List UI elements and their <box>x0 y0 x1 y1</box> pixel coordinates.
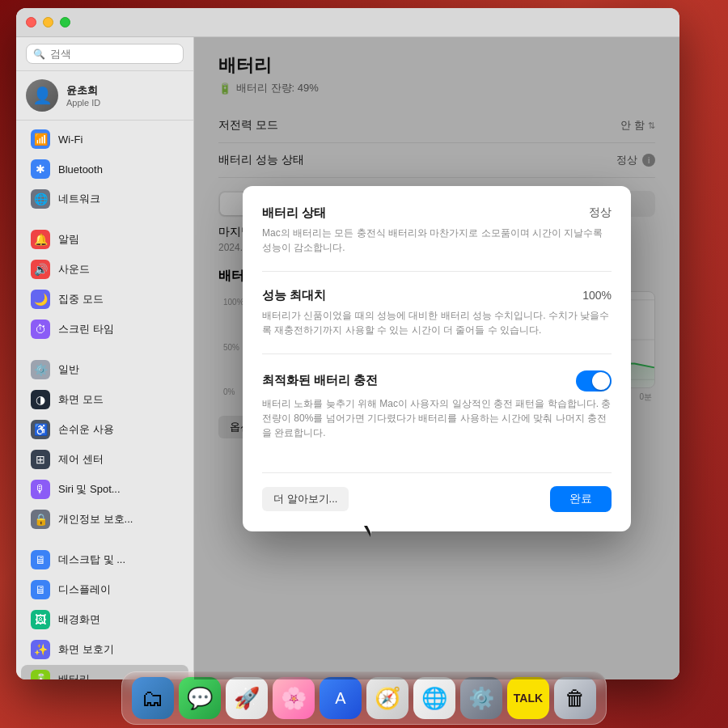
network-icon: 🌐 <box>31 189 50 209</box>
sidebar-item-privacy[interactable]: 🔒 개인정보 보호... <box>21 505 188 534</box>
sidebar-item-focus[interactable]: 🌙 집중 모드 <box>21 285 188 314</box>
sidebar-item-label: 배경화면 <box>58 612 100 627</box>
user-name: 윤초희 <box>66 83 100 98</box>
battery-status-title: 배터리 상태 <box>262 205 326 221</box>
wifi-icon: 📶 <box>31 129 50 149</box>
bluetooth-icon: ✱ <box>31 159 50 179</box>
battery-status-header: 배터리 상태 정상 <box>262 205 612 221</box>
sidebar-section-network: 📶 Wi-Fi ✱ Bluetooth 🌐 네트워크 <box>16 121 193 218</box>
title-bar <box>16 8 679 37</box>
appearance-icon: ◑ <box>31 390 50 409</box>
sidebar: 🔍 👤 윤초희 Apple ID 📶 Wi-Fi ✱ <box>16 37 194 679</box>
sidebar-item-alarm[interactable]: 🔔 알림 <box>21 225 188 254</box>
sidebar-item-label: 개인정보 보호... <box>58 512 133 527</box>
wallpaper-icon: 🖼 <box>31 610 50 629</box>
modal-overlay: 배터리 상태 정상 Mac의 배터리는 모든 충전식 배터리와 마찬가지로 소모… <box>194 37 679 679</box>
sidebar-item-label: 화면 모드 <box>58 392 104 407</box>
dock-item-photos[interactable]: 🌸 <box>273 677 315 719</box>
siri-icon: 🎙 <box>31 480 50 499</box>
right-panel: 배터리 🔋 배터리 잔량: 49% 저전력 모드 안 함 ⇅ 배터리 성능 상태… <box>194 37 679 679</box>
sidebar-item-appearance[interactable]: ◑ 화면 모드 <box>21 385 188 414</box>
search-input-wrap[interactable]: 🔍 <box>26 44 184 64</box>
sidebar-item-label: 손쉬운 사용 <box>58 422 114 437</box>
display-icon: 🖥 <box>31 580 50 599</box>
max-capacity-header: 성능 최대치 100% <box>262 288 612 303</box>
sidebar-section-display: 🖥 데스크탑 및 ... 🖥 디스플레이 🖼 배경화면 ✨ 화면 보호기 🔋 <box>16 541 193 679</box>
battery-status-desc: Mac의 배터리는 모든 충전식 배터리와 마찬가지로 소모품이며 시간이 지날… <box>262 226 612 255</box>
dock-item-appstore[interactable]: A <box>320 677 362 719</box>
dock-item-trash[interactable]: 🗑 <box>554 677 596 719</box>
sidebar-item-display[interactable]: 🖥 디스플레이 <box>21 575 188 604</box>
optimized-charging-header: 최적화된 배터리 충전 <box>262 370 612 392</box>
dock-item-launchpad[interactable]: 🚀 <box>226 677 268 719</box>
modal-footer: 더 알아보기... 완료 <box>262 472 612 512</box>
sidebar-section-notifications: 🔔 알림 🔊 사운드 🌙 집중 모드 ⏱ 스크린 타임 <box>16 221 193 348</box>
optimized-charging-title: 최적화된 배터리 충전 <box>262 373 378 388</box>
sidebar-item-label: Bluetooth <box>58 163 103 176</box>
sidebar-item-siri[interactable]: 🎙 Siri 및 Spot... <box>21 475 188 504</box>
max-capacity-desc: 배터리가 신품이었을 때의 성능에 대비한 배터리 성능 수치입니다. 수치가 … <box>262 308 612 337</box>
sound-icon: 🔊 <box>31 260 50 279</box>
sidebar-item-label: 스크린 타임 <box>58 322 114 336</box>
battery-status-section: 배터리 상태 정상 Mac의 배터리는 모든 충전식 배터리와 마찬가지로 소모… <box>262 205 612 272</box>
toggle-knob <box>592 372 610 390</box>
close-button[interactable] <box>26 17 36 28</box>
dock-item-messages[interactable]: 💬 <box>179 677 221 719</box>
user-profile[interactable]: 👤 윤초희 Apple ID <box>16 71 193 121</box>
search-bar: 🔍 <box>16 37 193 71</box>
sidebar-item-label: 디스플레이 <box>58 582 111 597</box>
screentime-icon: ⏱ <box>31 320 50 339</box>
max-capacity-section: 성능 최대치 100% 배터리가 신품이었을 때의 성능에 대비한 배터리 성능… <box>262 288 612 354</box>
fullscreen-button[interactable] <box>60 17 70 28</box>
dock-item-safari[interactable]: 🧭 <box>366 677 408 719</box>
user-info: 윤초희 Apple ID <box>66 83 100 108</box>
sidebar-item-label: 제어 센터 <box>58 452 104 467</box>
sidebar-item-sound[interactable]: 🔊 사운드 <box>21 255 188 284</box>
screensaver-icon: ✨ <box>31 640 50 659</box>
alarm-icon: 🔔 <box>31 230 50 249</box>
optimized-charging-toggle[interactable] <box>576 370 612 392</box>
sidebar-item-label: 화면 보호기 <box>58 642 114 657</box>
sidebar-item-wifi[interactable]: 📶 Wi-Fi <box>21 125 188 154</box>
privacy-icon: 🔒 <box>31 510 50 529</box>
sidebar-item-label: 데스크탑 및 ... <box>58 552 125 567</box>
control-icon: ⊞ <box>31 450 50 469</box>
optimized-charging-section: 최적화된 배터리 충전 배터리 노화를 늦추기 위해 Mac이 사용자의 일상적… <box>262 370 612 456</box>
focus-icon: 🌙 <box>31 290 50 309</box>
avatar: 👤 <box>26 79 58 112</box>
learn-more-button[interactable]: 더 알아보기... <box>262 487 349 511</box>
sidebar-item-general[interactable]: ⚙️ 일반 <box>21 355 188 384</box>
sidebar-item-screensaver[interactable]: ✨ 화면 보호기 <box>21 635 188 664</box>
battery-status-value: 정상 <box>589 205 612 220</box>
sidebar-item-control[interactable]: ⊞ 제어 센터 <box>21 445 188 474</box>
apple-id-label: Apple ID <box>66 98 100 108</box>
sidebar-item-ease[interactable]: ♿ 손쉬운 사용 <box>21 415 188 444</box>
dock-item-chrome[interactable]: 🌐 <box>413 677 455 719</box>
sidebar-item-label: 사운드 <box>58 262 90 277</box>
dock-item-settings[interactable]: ⚙️ <box>460 677 502 719</box>
optimized-charging-desc: 배터리 노화를 늦추기 위해 Mac이 사용자의 일상적인 충전 패턴을 학습합… <box>262 396 612 440</box>
sidebar-item-label: 네트워크 <box>58 192 100 206</box>
ease-icon: ♿ <box>31 420 50 439</box>
sidebar-item-screentime[interactable]: ⏱ 스크린 타임 <box>21 315 188 344</box>
battery-icon: 🔋 <box>31 670 50 679</box>
sidebar-item-label: 일반 <box>58 362 79 377</box>
sidebar-item-wallpaper[interactable]: 🖼 배경화면 <box>21 605 188 634</box>
battery-info-dialog: 배터리 상태 정상 Mac의 배터리는 모든 충전식 배터리와 마찬가지로 소모… <box>243 186 631 531</box>
dock-item-finder[interactable]: 🗂 <box>132 677 174 719</box>
sidebar-item-label: 알림 <box>58 232 79 247</box>
sidebar-item-network[interactable]: 🌐 네트워크 <box>21 184 188 214</box>
max-capacity-value: 100% <box>582 289 612 302</box>
minimize-button[interactable] <box>43 17 53 28</box>
search-input[interactable] <box>50 48 176 60</box>
desktop-icon: 🖥 <box>31 550 50 569</box>
sidebar-item-label: Siri 및 Spot... <box>58 482 121 497</box>
sidebar-item-label: 배터리 <box>58 672 90 679</box>
sidebar-item-label: Wi-Fi <box>58 133 83 146</box>
search-icon: 🔍 <box>33 49 45 60</box>
system-preferences-window: 🔍 👤 윤초희 Apple ID 📶 Wi-Fi ✱ <box>16 8 679 679</box>
dock-item-kakao[interactable]: TALK <box>507 677 549 719</box>
sidebar-item-bluetooth[interactable]: ✱ Bluetooth <box>21 154 188 184</box>
sidebar-item-desktop[interactable]: 🖥 데스크탑 및 ... <box>21 545 188 574</box>
done-button[interactable]: 완료 <box>550 486 612 512</box>
